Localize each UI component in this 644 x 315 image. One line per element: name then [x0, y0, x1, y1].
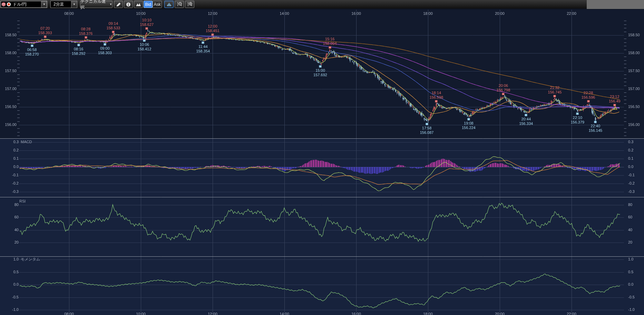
volume-chart-button[interactable] — [164, 1, 174, 8]
mountain-chart-icon — [136, 2, 141, 7]
toolbar-right-fill — [587, 0, 644, 9]
draw-tool-button[interactable] — [114, 1, 123, 8]
pencil-icon — [116, 2, 121, 7]
currency-pair-label: ドル/円 — [13, 1, 41, 7]
info-button[interactable] — [124, 1, 133, 8]
technical-select-label: テクニカル選択 — [80, 0, 108, 10]
zoom-out-icon — [176, 2, 183, 7]
chart-canvas[interactable] — [0, 0, 644, 315]
timeframe-label: 2分足 — [53, 1, 71, 7]
chevron-down-icon: ▼ — [73, 3, 76, 6]
bid-label: Bid — [145, 2, 151, 7]
volume-chart-icon — [166, 2, 172, 7]
jp-flag-icon — [7, 2, 11, 7]
currency-pair-select[interactable]: ドル/円 ▼ — [0, 1, 47, 8]
chevron-down-icon: ▼ — [43, 3, 46, 6]
zoom-in-icon — [187, 2, 193, 7]
zoom-out-button[interactable] — [175, 1, 184, 8]
zoom-in-button[interactable] — [185, 1, 194, 8]
timeframe-dropdown-button[interactable]: ▼ — [71, 1, 77, 8]
info-icon — [126, 2, 131, 7]
ask-button[interactable]: Ask — [153, 1, 162, 8]
pair-dropdown-button[interactable]: ▼ — [41, 1, 47, 8]
us-flag-icon — [1, 2, 6, 7]
ask-label: Ask — [154, 2, 160, 7]
timeframe-select[interactable]: 2分足 ▼ — [50, 1, 77, 8]
technical-select-button[interactable]: テクニカル選択 ▼ — [80, 1, 113, 8]
chart-style-button[interactable] — [134, 1, 143, 8]
toolbar: ドル/円 ▼ 2分足 ▼ テクニカル選択 ▼ Bid Ask — [0, 0, 644, 9]
bid-button[interactable]: Bid — [144, 1, 153, 8]
chevron-down-icon: ▼ — [109, 3, 112, 6]
